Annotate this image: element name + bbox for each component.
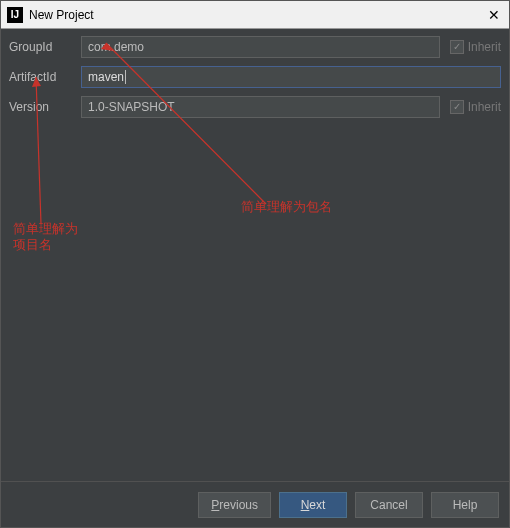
row-artifactid: ArtifactId maven [9, 65, 501, 89]
caret-icon [125, 70, 126, 84]
cancel-button[interactable]: Cancel [355, 492, 423, 518]
close-icon[interactable]: ✕ [485, 6, 503, 24]
titlebar: IJ New Project ✕ [1, 1, 509, 29]
help-button[interactable]: Help [431, 492, 499, 518]
app-icon: IJ [7, 7, 23, 23]
next-button[interactable]: Next [279, 492, 347, 518]
inherit-label: Inherit [468, 100, 501, 114]
input-version[interactable] [81, 96, 440, 118]
previous-button[interactable]: Previous [198, 492, 271, 518]
annotation-package: 简单理解为包名 [241, 199, 332, 215]
content-area: GroupId ✓ Inherit ArtifactId maven Versi… [1, 29, 509, 481]
row-version: Version ✓ Inherit [9, 95, 501, 119]
checkbox-icon: ✓ [450, 100, 464, 114]
inherit-version[interactable]: ✓ Inherit [450, 100, 501, 114]
checkbox-icon: ✓ [450, 40, 464, 54]
input-groupid[interactable] [81, 36, 440, 58]
artifactid-value: maven [88, 70, 124, 84]
annotation-project-l2: 项目名 [13, 237, 52, 252]
label-groupid: GroupId [9, 40, 81, 54]
label-version: Version [9, 100, 81, 114]
window-title: New Project [29, 8, 485, 22]
footer: Previous Next Cancel Help [1, 481, 509, 527]
inherit-label: Inherit [468, 40, 501, 54]
label-artifactid: ArtifactId [9, 70, 81, 84]
inherit-groupid[interactable]: ✓ Inherit [450, 40, 501, 54]
row-groupid: GroupId ✓ Inherit [9, 35, 501, 59]
annotation-project: 简单理解为 项目名 [13, 221, 78, 252]
input-artifactid[interactable]: maven [81, 66, 501, 88]
annotation-project-l1: 简单理解为 [13, 221, 78, 236]
